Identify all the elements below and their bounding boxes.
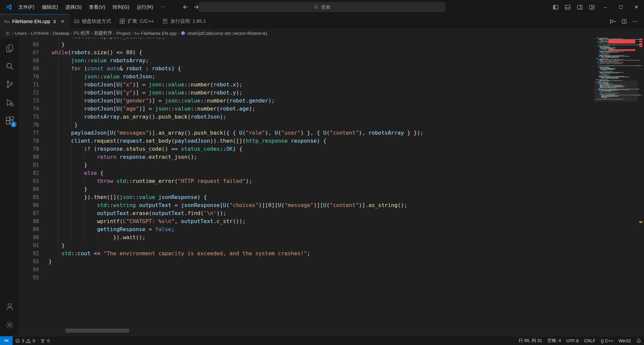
- activity-bar-item-extensions[interactable]: 2: [0, 112, 19, 130]
- code-line-content[interactable]: else {: [45, 169, 590, 177]
- line-number[interactable]: 83: [19, 177, 39, 185]
- code-line-content[interactable]: [45, 274, 590, 282]
- code-line-content[interactable]: }: [45, 161, 590, 169]
- line-number[interactable]: 87: [19, 209, 39, 217]
- close-button[interactable]: ✕: [629, 0, 644, 14]
- line-number[interactable]: 78: [19, 137, 39, 145]
- breadcrumb-item[interactable]: 新建程序: [94, 30, 112, 36]
- code-line-content[interactable]: wprintf(L"CHATGPT: %s\n", outputText.c_s…: [45, 217, 590, 225]
- code-line-content[interactable]: client.request(request.set_body(payloadJ…: [45, 137, 590, 145]
- code-line-content[interactable]: robotJson[U("age")] = json::value::numbe…: [45, 105, 590, 113]
- line-number[interactable]: 66: [19, 41, 39, 49]
- more-actions-button[interactable]: ⋯: [631, 18, 639, 24]
- scrollbar-thumb[interactable]: [65, 329, 129, 333]
- line-number[interactable]: 88: [19, 217, 39, 225]
- activity-bar-item-search[interactable]: [0, 57, 19, 75]
- toggle-panel-icon[interactable]: [561, 0, 574, 14]
- line-number[interactable]: 74: [19, 105, 39, 113]
- status-cursor-position[interactable]: 行 65, 列 31: [516, 336, 545, 345]
- menu-run[interactable]: 运行(R): [133, 2, 157, 12]
- code-line-content[interactable]: robotJson[U("gender")] = json::value::nu…: [45, 97, 590, 105]
- line-number[interactable]: 79: [19, 145, 39, 153]
- code-line-content[interactable]: robotJson[U("y")] = json::value::number(…: [45, 89, 590, 97]
- code-line-content[interactable]: }).wait();: [45, 233, 590, 242]
- code-line-content[interactable]: robotJson[U("x")] = json::value::number(…: [45, 81, 590, 89]
- status-platform[interactable]: Win32: [616, 336, 634, 345]
- remote-indicator[interactable]: ><: [0, 336, 12, 345]
- breadcrumb-item[interactable]: P1-程序: [74, 30, 90, 36]
- status-eol[interactable]: CRLF: [581, 336, 598, 345]
- line-number[interactable]: 73: [19, 97, 39, 105]
- line-number[interactable]: 89: [19, 225, 39, 233]
- line-number[interactable]: 67: [19, 49, 39, 57]
- code-line-content[interactable]: }: [45, 242, 590, 250]
- line-number[interactable]: 90: [19, 233, 39, 242]
- code-line-content[interactable]: }: [45, 258, 590, 266]
- status-ports[interactable]: 0: [38, 336, 52, 345]
- menu-view[interactable]: 查看(V): [85, 2, 109, 12]
- line-number[interactable]: 91: [19, 242, 39, 250]
- breadcrumb-item[interactable]: C++FileName EN.cpp: [135, 31, 177, 36]
- code-editor[interactable]: 65 robotsArray.push_back(robot);66 }67 w…: [19, 38, 644, 336]
- line-number[interactable]: 70: [19, 73, 39, 81]
- activity-bar-item-settings[interactable]: [0, 316, 19, 334]
- tab-release-notes[interactable]: 发行说明: 1.85.1: [158, 14, 210, 28]
- notifications-bell[interactable]: [634, 336, 644, 345]
- code-line-content[interactable]: robotsArray.push_back(robot);: [45, 38, 590, 41]
- code-line-content[interactable]: }).then([](json::value jsonResponse) {: [45, 193, 590, 201]
- code-line-content[interactable]: std::wstring outputText = jsonResponse[U…: [45, 201, 590, 209]
- activity-bar-item-explorer[interactable]: [0, 39, 19, 57]
- breadcrumb-item[interactable]: Project: [116, 31, 130, 36]
- code-line-content[interactable]: robotsArray.as_array().push_back(robotJs…: [45, 113, 590, 121]
- code-line-content[interactable]: if (response.status_code() == status_cod…: [45, 145, 590, 153]
- code-line-content[interactable]: for (const auto& robot : robots) {: [45, 65, 590, 73]
- line-number[interactable]: 75: [19, 113, 39, 121]
- maximize-button[interactable]: ☐: [613, 0, 629, 14]
- line-number[interactable]: 84: [19, 185, 39, 193]
- menu-selection[interactable]: 选择(S): [62, 2, 85, 12]
- line-number[interactable]: 95: [19, 274, 39, 282]
- code-line-content[interactable]: }: [45, 121, 590, 129]
- command-center-search[interactable]: 搜索: [199, 2, 445, 12]
- overview-ruler[interactable]: [638, 38, 644, 336]
- line-number[interactable]: 92: [19, 250, 39, 258]
- navigate-forward-icon[interactable]: [193, 4, 199, 10]
- line-number[interactable]: 94: [19, 266, 39, 274]
- line-number[interactable]: 93: [19, 258, 39, 266]
- line-number[interactable]: 69: [19, 65, 39, 73]
- navigate-back-icon[interactable]: [182, 4, 189, 10]
- toggle-secondary-sidebar-icon[interactable]: [574, 0, 586, 14]
- minimap-slider[interactable]: [594, 81, 638, 101]
- tab-filename-en-cpp[interactable]: C++FileName EN.cpp3✕: [0, 14, 70, 28]
- line-number[interactable]: 85: [19, 193, 39, 201]
- breadcrumb-item[interactable]: Desktop: [53, 31, 69, 36]
- menu-goto[interactable]: 转到(G): [109, 2, 133, 12]
- menu-file[interactable]: 文件(F): [15, 2, 38, 12]
- horizontal-scrollbar[interactable]: [45, 328, 590, 333]
- line-number[interactable]: 68: [19, 57, 39, 65]
- tab-keyboard-shortcuts[interactable]: 键盘快捷方式: [70, 14, 115, 28]
- code-line-content[interactable]: outputText.erase(outputText.find('\n'));: [45, 209, 590, 217]
- code-line-content[interactable]: [45, 266, 590, 274]
- line-number[interactable]: 77: [19, 129, 39, 137]
- line-number[interactable]: 72: [19, 89, 39, 97]
- run-file-button[interactable]: [608, 17, 618, 25]
- activity-bar-item-source-control[interactable]: [0, 75, 19, 93]
- code-line-content[interactable]: json::value robotsArray;: [45, 57, 590, 65]
- line-number[interactable]: 82: [19, 169, 39, 177]
- breadcrumb-item[interactable]: chatGptCall(const std::vector<Robot>&): [181, 31, 267, 36]
- breadcrumb-item[interactable]: C:: [6, 31, 11, 36]
- code-line-content[interactable]: }: [45, 41, 590, 49]
- code-line-content[interactable]: std::cout << "The environment capacity i…: [45, 250, 590, 258]
- line-number[interactable]: 81: [19, 161, 39, 169]
- line-number[interactable]: 71: [19, 81, 39, 89]
- code-line-content[interactable]: json::value robotJson;: [45, 73, 590, 81]
- minimize-button[interactable]: –: [598, 0, 613, 14]
- line-number[interactable]: 65: [19, 38, 39, 41]
- split-editor-button[interactable]: [620, 17, 629, 25]
- customize-layout-icon[interactable]: [586, 0, 598, 14]
- tab-extension-cpp[interactable]: 扩展: C/C++: [115, 14, 158, 28]
- status-problems[interactable]: 3 0: [12, 336, 38, 345]
- status-language-mode[interactable]: {} C++: [598, 336, 616, 345]
- status-encoding[interactable]: UTF-8: [564, 336, 581, 345]
